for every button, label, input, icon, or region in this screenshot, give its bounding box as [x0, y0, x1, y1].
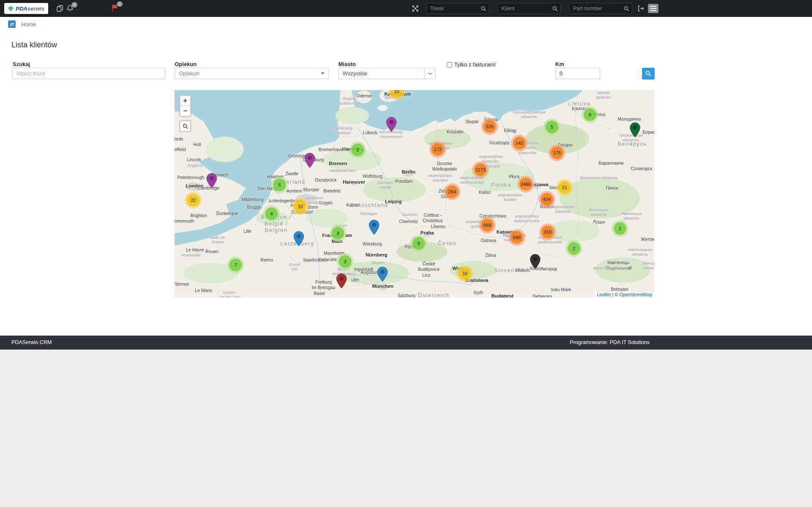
map-label: Беларусь — [618, 141, 647, 147]
map-label: Münster — [303, 187, 319, 193]
page-root: PDAserwis 0 1 — [0, 0, 812, 507]
map-cluster-marker[interactable]: 2 — [349, 141, 366, 158]
map-label: Le Mans — [195, 288, 212, 293]
alerts-button[interactable]: 1 — [111, 4, 119, 14]
map-label: Karlsruhe — [318, 257, 337, 262]
map-cluster-marker[interactable]: 22 — [185, 192, 202, 209]
map-label: London — [186, 183, 203, 189]
zoom-out-button[interactable]: − — [180, 106, 190, 116]
map-cluster-marker[interactable]: 689 — [508, 229, 525, 246]
map-cluster-marker[interactable]: 4 — [329, 225, 346, 242]
map-pin-marker[interactable] — [206, 173, 217, 190]
map-label: Portsmouth — [175, 218, 194, 224]
map-cluster-marker[interactable]: 175 — [549, 144, 565, 161]
map-cluster-marker[interactable]: 325 — [481, 118, 498, 135]
chevron-down-icon — [424, 68, 435, 79]
map-label: Борисов — [642, 130, 654, 135]
notifications-button[interactable]: 0 — [66, 5, 74, 14]
map-cluster-marker[interactable]: 8 — [582, 106, 598, 123]
map-label: Botoșani — [611, 287, 628, 292]
filter-search-button[interactable] — [642, 68, 655, 80]
map-cluster-marker[interactable]: 9 — [410, 235, 427, 252]
szukaj-input[interactable] — [12, 68, 165, 79]
map-cluster-marker[interactable]: 10 — [456, 265, 473, 282]
towar-search — [426, 3, 489, 14]
map-label: Bremen — [329, 161, 347, 167]
map-cluster-marker[interactable]: 10 — [292, 198, 309, 215]
top-navbar: PDAserwis 0 1 — [0, 0, 812, 17]
map-label: Nordrhein- Westfalen — [306, 196, 325, 205]
map-label: Lincoln — [187, 157, 201, 163]
map-pin-marker[interactable] — [304, 153, 315, 170]
map-pin-marker[interactable] — [386, 117, 397, 134]
zoom-in-button[interactable]: + — [180, 96, 190, 106]
map-pin-marker[interactable] — [336, 273, 347, 290]
map-cluster-marker[interactable]: 3 — [337, 253, 354, 270]
fullscreen-button[interactable] — [412, 5, 419, 14]
map-label: Молодечно — [617, 116, 641, 122]
map-label: Österreich — [418, 292, 450, 298]
map-cluster-marker[interactable]: 2 — [612, 220, 628, 237]
footer-app-name: PDASerwis CRM — [11, 336, 52, 350]
map-cluster-marker[interactable]: 5 — [543, 118, 560, 135]
map-pin-marker[interactable] — [377, 267, 388, 284]
map-label: England — [188, 163, 203, 168]
menu-toggle-button[interactable] — [648, 4, 658, 13]
documents-button[interactable] — [57, 5, 63, 14]
map-pin-marker[interactable] — [369, 220, 379, 237]
map-cluster-marker[interactable]: 142 — [511, 135, 528, 152]
towar-search-input[interactable] — [426, 3, 489, 14]
map-cluster-marker[interactable]: 2460 — [517, 176, 534, 193]
map-label: Arnhem — [287, 188, 302, 194]
map-label: Grand Est — [289, 262, 300, 272]
map-cluster-marker[interactable]: 21 — [556, 179, 573, 196]
map-label: Kassel — [346, 202, 360, 208]
map-label: Kalisz — [479, 190, 491, 195]
map-label: Utenos apskritis — [596, 90, 611, 99]
breadcrumb-home[interactable]: Home — [21, 21, 36, 28]
map-label: Луцьк — [593, 219, 605, 225]
logout-button[interactable] — [637, 5, 644, 14]
map-cluster-marker[interactable]: 254 — [444, 183, 461, 200]
map-cluster-marker[interactable]: 10 — [388, 90, 405, 100]
map-label: Normandie — [181, 253, 200, 257]
km-input[interactable] — [555, 68, 600, 79]
leaflet-link[interactable]: Leaflet — [597, 292, 611, 297]
map-cluster-marker[interactable]: 424 — [538, 191, 555, 208]
app-logo[interactable]: PDAserwis — [4, 3, 48, 14]
part-number-search-input[interactable] — [569, 3, 632, 14]
map-search-button[interactable] — [179, 120, 191, 132]
tylko-z-fakturami-checkbox[interactable] — [447, 62, 452, 68]
map-label: Вінницька область — [642, 261, 654, 270]
map-pin-marker[interactable] — [630, 122, 640, 139]
map-label: Sachsen- Anhalt — [377, 180, 394, 190]
klient-search-input[interactable] — [497, 3, 561, 14]
map-cluster-marker[interactable]: 7 — [227, 256, 244, 273]
map-pin-marker[interactable] — [294, 231, 304, 248]
caret-down-icon — [321, 72, 324, 74]
refresh-button[interactable]: ⇄ — [8, 20, 16, 28]
map-label: Miskolc — [515, 267, 530, 273]
customer-map[interactable]: DeutschlandPolskaČeskoÖsterreichSlovensk… — [175, 90, 654, 298]
map-cluster-marker[interactable]: 5 — [271, 176, 288, 193]
map-label: Thüringen — [359, 211, 378, 216]
map-label: Płock — [509, 174, 520, 179]
map-label: Basel — [314, 291, 325, 296]
map-pin-marker[interactable] — [530, 254, 540, 271]
logo-text-serwis: serwis — [27, 6, 44, 12]
map-label: Reims — [261, 257, 273, 263]
map-cluster-marker[interactable]: 968 — [479, 217, 496, 234]
map-label: województwo łódzkie — [498, 193, 522, 202]
map-cluster-marker[interactable]: 2 — [565, 240, 582, 257]
opiekun-select[interactable]: Opiekun — [175, 68, 329, 79]
map-cluster-marker[interactable]: 172 — [429, 141, 446, 158]
map-cluster-marker[interactable]: 319 — [539, 223, 556, 240]
map-label: Chemnitz — [399, 219, 418, 224]
map-cluster-marker[interactable]: 1173 — [472, 161, 489, 178]
map-label: Brugge — [247, 204, 261, 210]
openstreetmap-link[interactable]: OpenStreetMap — [619, 292, 652, 297]
map-overlay: DeutschlandPolskaČeskoÖsterreichSlovensk… — [175, 90, 654, 298]
miasto-select[interactable]: Wszystkie — [338, 68, 436, 79]
map-cluster-marker[interactable]: 4 — [263, 205, 280, 222]
map-label: Sachsen — [402, 212, 418, 217]
